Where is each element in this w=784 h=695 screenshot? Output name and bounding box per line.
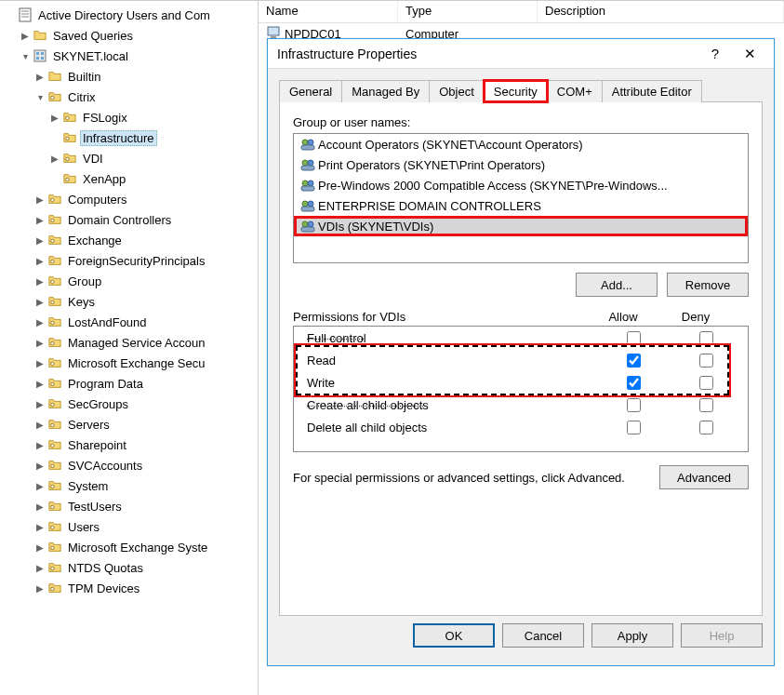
chevron-right-icon[interactable]: ▶ bbox=[19, 31, 32, 41]
chevron-right-icon[interactable]: ▶ bbox=[33, 501, 47, 512]
chevron-right-icon[interactable]: ▶ bbox=[33, 563, 47, 573]
group-item[interactable]: Account Operators (SKYNET\Account Operat… bbox=[294, 134, 748, 154]
advanced-button[interactable]: Advanced bbox=[659, 465, 749, 489]
column-name[interactable]: Name bbox=[259, 1, 398, 22]
folder-icon bbox=[32, 27, 48, 44]
ou-icon bbox=[47, 354, 63, 371]
tree-label: Group bbox=[65, 274, 104, 289]
deny-checkbox[interactable] bbox=[699, 331, 713, 345]
tab-security[interactable]: Security bbox=[484, 80, 548, 102]
chevron-down-icon[interactable]: ▾ bbox=[19, 51, 32, 61]
deny-checkbox[interactable] bbox=[699, 398, 713, 412]
chevron-right-icon[interactable]: ▶ bbox=[33, 215, 47, 225]
group-item[interactable]: Pre-Windows 2000 Compatible Access (SKYN… bbox=[294, 175, 748, 195]
chevron-down-icon[interactable]: ▾ bbox=[33, 92, 47, 102]
tab-attribute-editor[interactable]: Attribute Editor bbox=[602, 80, 702, 102]
chevron-right-icon[interactable]: ▶ bbox=[48, 113, 61, 123]
tree-infrastructure[interactable]: ▶ Infrastructure bbox=[0, 127, 258, 148]
chevron-right-icon[interactable]: ▶ bbox=[33, 440, 47, 450]
tree-node[interactable]: ▶Servers bbox=[0, 414, 258, 434]
tree-node[interactable]: ▶SVCAccounts bbox=[0, 455, 258, 475]
chevron-right-icon[interactable]: ▶ bbox=[33, 461, 47, 471]
tree-fslogix[interactable]: ▶ FSLogix bbox=[0, 107, 258, 127]
tree-node[interactable]: ▶Domain Controllers bbox=[0, 209, 258, 230]
group-names-label: Group or user names: bbox=[293, 115, 749, 129]
allow-checkbox[interactable] bbox=[627, 421, 641, 434]
chevron-right-icon[interactable]: ▶ bbox=[33, 194, 47, 205]
allow-checkbox[interactable] bbox=[627, 331, 641, 345]
chevron-right-icon[interactable]: ▶ bbox=[33, 235, 47, 246]
close-icon[interactable]: ✕ bbox=[731, 46, 768, 62]
chevron-right-icon[interactable]: ▶ bbox=[33, 542, 47, 553]
tree-label: SKYNET.local bbox=[50, 48, 131, 64]
tab-com-plus[interactable]: COM+ bbox=[547, 80, 603, 102]
chevron-right-icon[interactable]: ▶ bbox=[33, 297, 47, 307]
chevron-right-icon[interactable]: ▶ bbox=[33, 256, 47, 266]
tree-node[interactable]: ▶Microsoft Exchange Secu bbox=[0, 353, 258, 373]
tree-pane[interactable]: ▶ Active Directory Users and Com ▶ Saved… bbox=[0, 1, 259, 695]
ok-button[interactable]: OK bbox=[413, 623, 495, 648]
column-description[interactable]: Description bbox=[538, 1, 784, 22]
chevron-right-icon[interactable]: ▶ bbox=[33, 317, 47, 327]
tree-node[interactable]: ▶Managed Service Accoun bbox=[0, 332, 258, 353]
tree-node[interactable]: ▶System bbox=[0, 475, 258, 496]
allow-checkbox[interactable] bbox=[627, 398, 641, 412]
help-icon[interactable]: ? bbox=[699, 46, 731, 61]
tree-vdi[interactable]: ▶ VDI bbox=[0, 148, 258, 168]
group-list[interactable]: Account Operators (SKYNET\Account Operat… bbox=[293, 133, 749, 263]
tree-label: SecGroups bbox=[65, 396, 131, 412]
tree-node[interactable]: ▶TPM Devices bbox=[0, 578, 258, 598]
tab-general[interactable]: General bbox=[279, 80, 342, 102]
chevron-right-icon[interactable]: ▶ bbox=[33, 276, 47, 287]
chevron-right-icon[interactable]: ▶ bbox=[33, 338, 47, 348]
chevron-right-icon[interactable]: ▶ bbox=[33, 358, 47, 368]
dialog-titlebar[interactable]: Infrastructure Properties ? ✕ bbox=[268, 39, 774, 69]
deny-checkbox[interactable] bbox=[699, 421, 713, 434]
cancel-button[interactable]: Cancel bbox=[502, 623, 584, 648]
tree-node[interactable]: ▶NTDS Quotas bbox=[0, 557, 258, 578]
chevron-right-icon[interactable]: ▶ bbox=[33, 420, 47, 430]
add-button[interactable]: Add... bbox=[576, 273, 658, 297]
help-button[interactable]: Help bbox=[681, 623, 763, 648]
tree-node[interactable]: ▶Users bbox=[0, 516, 258, 537]
tree-node[interactable]: ▶LostAndFound bbox=[0, 312, 258, 332]
tree-builtin[interactable]: ▶ Builtin bbox=[0, 66, 258, 87]
tree-saved-queries[interactable]: ▶ Saved Queries bbox=[0, 25, 258, 46]
tab-object[interactable]: Object bbox=[429, 80, 485, 102]
tree-domain[interactable]: ▾ SKYNET.local bbox=[0, 46, 258, 66]
remove-button[interactable]: Remove bbox=[667, 273, 749, 297]
tree-node[interactable]: ▶TestUsers bbox=[0, 496, 258, 516]
allow-checkbox[interactable] bbox=[627, 354, 641, 368]
chevron-right-icon[interactable]: ▶ bbox=[33, 583, 47, 594]
chevron-right-icon[interactable]: ▶ bbox=[33, 481, 47, 491]
tree-node[interactable]: ▶SecGroups bbox=[0, 394, 258, 414]
tree-xenapp[interactable]: ▶ XenApp bbox=[0, 168, 258, 189]
tree-node[interactable]: ▶Program Data bbox=[0, 373, 258, 394]
allow-checkbox[interactable] bbox=[627, 376, 641, 390]
list-header: Name Type Description bbox=[259, 1, 784, 23]
chevron-right-icon[interactable]: ▶ bbox=[48, 154, 61, 164]
chevron-right-icon[interactable]: ▶ bbox=[33, 379, 47, 389]
tree-node[interactable]: ▶Sharepoint bbox=[0, 434, 258, 455]
tree-node[interactable]: ▶Computers bbox=[0, 189, 258, 209]
deny-checkbox[interactable] bbox=[699, 376, 713, 390]
tree-node[interactable]: ▶Exchange bbox=[0, 230, 258, 250]
group-item-vdis[interactable]: VDIs (SKYNET\VDIs) bbox=[294, 216, 748, 236]
tree-node[interactable]: ▶Keys bbox=[0, 291, 258, 312]
tree-root[interactable]: ▶ Active Directory Users and Com bbox=[0, 5, 258, 25]
tree-node[interactable]: ▶Microsoft Exchange Syste bbox=[0, 537, 258, 557]
tab-managed-by[interactable]: Managed By bbox=[341, 80, 430, 102]
apply-button[interactable]: Apply bbox=[591, 623, 673, 648]
group-item[interactable]: ENTERPRISE DOMAIN CONTROLLERS bbox=[294, 195, 748, 216]
chevron-right-icon[interactable]: ▶ bbox=[33, 399, 47, 409]
column-type[interactable]: Type bbox=[398, 1, 538, 22]
chevron-right-icon[interactable]: ▶ bbox=[33, 522, 47, 532]
permission-name: Read bbox=[299, 354, 597, 368]
deny-checkbox[interactable] bbox=[699, 354, 713, 368]
group-item[interactable]: Print Operators (SKYNET\Print Operators) bbox=[294, 154, 748, 175]
tree-node[interactable]: ▶ForeignSecurityPrincipals bbox=[0, 250, 258, 271]
tree-node[interactable]: ▶Group bbox=[0, 271, 258, 291]
tree-citrix[interactable]: ▾ Citrix bbox=[0, 87, 258, 107]
chevron-right-icon[interactable]: ▶ bbox=[33, 72, 47, 82]
permissions-list[interactable]: Full controlReadWriteCreate all child ob… bbox=[293, 326, 749, 452]
